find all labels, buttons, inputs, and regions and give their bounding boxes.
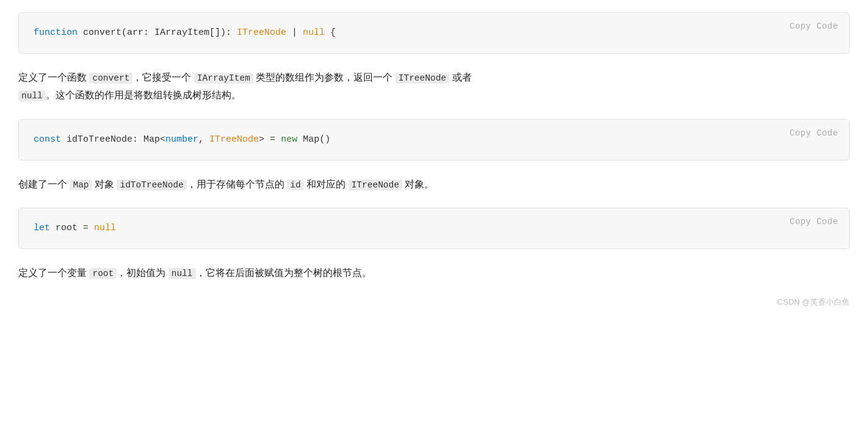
func-name: convert — [83, 27, 121, 38]
code-pre-3: let root = null — [34, 220, 834, 236]
inline-code-itreenode-3: ITreeNode — [349, 180, 402, 191]
code-params: (arr: IArrayItem[]): — [121, 27, 237, 38]
copy-code-button-3[interactable]: Copy Code — [790, 217, 838, 227]
keyword-let: let — [34, 223, 56, 233]
code-map-close: > = — [259, 134, 281, 145]
inline-code-itreenode-1: ITreeNode — [396, 73, 449, 84]
copy-code-button-2[interactable]: Copy Code — [790, 128, 838, 138]
desc-text: 对象。 — [402, 179, 434, 189]
description-2: 创建了一个 Map 对象 idToTreeNode，用于存储每个节点的 id 和… — [18, 175, 850, 194]
inline-code-map: Map — [70, 180, 92, 191]
code-pipe: | — [286, 27, 303, 38]
code-comma: , — [198, 134, 209, 145]
desc-text: 定义了一个函数 — [18, 72, 89, 82]
inline-code-convert: convert — [89, 73, 132, 84]
code-block-3: Copy Code let root = null — [18, 208, 850, 249]
desc-text: ，用于存储每个节点的 — [187, 179, 287, 189]
description-1: 定义了一个函数 convert，它接受一个 IArrayItem 类型的数组作为… — [18, 68, 850, 105]
keyword-null-1: null — [303, 27, 325, 38]
code-block-2: Copy Code const idToTreeNode: Map<number… — [18, 119, 850, 161]
type-number: number — [165, 134, 198, 145]
watermark: CSDN @芙香小白鱼 — [18, 297, 850, 308]
desc-text: 。这个函数的作用是将数组转换成树形结构。 — [46, 90, 241, 100]
inline-code-root: root — [89, 268, 117, 279]
code-block-1: Copy Code function convert(arr: IArrayIt… — [18, 12, 850, 54]
desc-text: 定义了一个变量 — [18, 267, 89, 278]
var-root: root — [56, 223, 78, 233]
var-idtotreenode: idToTreeNode — [67, 134, 132, 145]
keyword-function: function — [34, 27, 83, 38]
inline-code-id: id — [287, 180, 303, 191]
code-pre-1: function convert(arr: IArrayItem[]): ITr… — [34, 25, 834, 41]
inline-code-iarrayitem: IArrayItem — [194, 73, 253, 84]
code-pre-2: const idToTreeNode: Map<number, ITreeNod… — [34, 132, 834, 148]
type-itreenode: ITreeNode — [237, 27, 286, 38]
keyword-new: new — [281, 134, 297, 145]
desc-text: 类型的数组作为参数，返回一个 — [253, 72, 396, 82]
code-brace: { — [325, 27, 336, 38]
desc-text: ，它接受一个 — [132, 72, 193, 82]
type-itreenode-2: ITreeNode — [209, 134, 259, 145]
desc-text: ，它将在后面被赋值为整个树的根节点。 — [196, 267, 372, 278]
desc-text: 或者 — [449, 72, 471, 82]
inline-code-null-1: null — [18, 90, 46, 101]
desc-text: 对象 — [92, 179, 117, 189]
description-3: 定义了一个变量 root，初始值为 null，它将在后面被赋值为整个树的根节点。 — [18, 264, 850, 282]
inline-code-idtotreenode: idToTreeNode — [117, 180, 186, 191]
code-map-open: : Map< — [132, 134, 165, 145]
code-eq: = — [78, 223, 94, 233]
keyword-null-2: null — [94, 223, 116, 233]
code-map-call: Map() — [297, 134, 330, 145]
inline-code-null-2: null — [168, 268, 196, 279]
keyword-const: const — [34, 134, 67, 145]
desc-text: 和对应的 — [304, 179, 349, 189]
desc-text: 创建了一个 — [18, 179, 70, 189]
desc-text: ，初始值为 — [117, 267, 168, 278]
copy-code-button-1[interactable]: Copy Code — [790, 21, 838, 31]
